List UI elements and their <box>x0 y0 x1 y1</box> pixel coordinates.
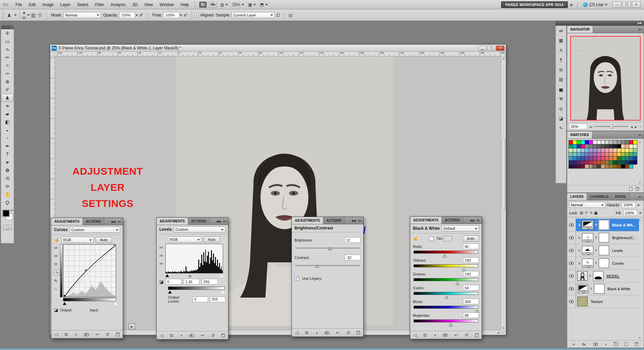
lasso-tool[interactable]: ∿ <box>1 45 14 53</box>
use-legacy-checkbox[interactable]: ✓ <box>294 276 299 280</box>
scroll-right-icon[interactable]: ▶ <box>498 332 500 334</box>
levels-preset-dropdown[interactable]: Custom <box>174 226 225 232</box>
layer-mask-thumbnail[interactable] <box>599 258 609 268</box>
gamma-field[interactable]: 1.26 <box>183 279 200 285</box>
resize-grip-icon[interactable]: ⠿ <box>639 125 642 128</box>
menu-item-view[interactable]: View <box>141 0 156 9</box>
opacity-spinner[interactable]: ▶ <box>136 13 138 16</box>
curve-point-mid[interactable] <box>85 269 87 271</box>
input-white-field[interactable]: 255 <box>202 279 218 285</box>
edit-points-icon[interactable]: ∿ <box>54 270 60 275</box>
layer-row-black---white[interactable]: ∞Black & White <box>567 282 639 295</box>
ignore-adjustment-layers-icon[interactable]: ∅ <box>276 12 280 18</box>
history-brush-tool[interactable]: ❧ <box>1 102 14 110</box>
layers-fill-field[interactable]: 100% <box>623 210 637 216</box>
layer-row-brightness-c---[interactable]: ↴☼∞Brightness/C... <box>567 231 639 244</box>
flow-spinner[interactable]: ▶ <box>180 13 182 16</box>
menu-item-image[interactable]: Image <box>39 0 57 9</box>
histogram-panel-icon[interactable]: ▅ <box>556 84 566 94</box>
contrast-slider-thumb[interactable] <box>315 264 319 268</box>
layer-thumbnail[interactable] <box>577 297 588 306</box>
path-selection-tool[interactable]: ➤ <box>1 158 14 166</box>
layer-thumbnail[interactable] <box>582 220 593 229</box>
panel-menu-icon[interactable]: ▾≡ <box>639 133 642 137</box>
panel-swap-icon[interactable]: ⇄ <box>556 26 566 36</box>
delete-layer-icon[interactable] <box>635 342 638 346</box>
panel-menu-icon[interactable]: ▾≡ <box>223 220 226 223</box>
bw-auto-button[interactable]: Auto <box>463 235 479 242</box>
collapse-dock-button[interactable]: ▶▶ <box>555 21 644 26</box>
black-point-eyedropper-icon[interactable]: ✑ <box>159 245 165 250</box>
view-previous-state-icon[interactable]: ↩ <box>336 330 339 335</box>
tab-actions[interactable]: ACTIONS <box>188 218 210 225</box>
layer-mask-thumbnail[interactable] <box>594 284 604 294</box>
notes-panel-icon[interactable]: ✎ <box>556 123 566 133</box>
tab-paths[interactable]: PATHS <box>612 193 629 200</box>
bw-slider-track[interactable] <box>414 292 478 295</box>
visibility-eye-icon[interactable] <box>569 300 574 303</box>
rotate-view-tool[interactable]: ⟲ <box>1 174 14 182</box>
orbit-3d-tool[interactable]: ⟳ <box>1 182 14 190</box>
tab-adjustments[interactable]: ADJUSTMENTS <box>157 218 188 225</box>
white-input-slider[interactable] <box>220 274 223 277</box>
adjustment-icon[interactable]: ◑ <box>74 332 77 337</box>
tab-actions[interactable]: ACTIONS <box>442 217 463 224</box>
zoom-in-icon[interactable]: ▲▲ <box>630 125 638 129</box>
layers-scrollbar[interactable]: ▲▼ <box>639 219 643 339</box>
layer-thumbnail[interactable]: ☼ <box>582 233 593 242</box>
navigator-zoom-slider[interactable] <box>594 126 628 127</box>
adjustment-icon[interactable]: ◑ <box>433 333 436 338</box>
layer-thumbnail[interactable] <box>577 284 589 293</box>
white-point-eyedropper-icon[interactable]: ✑ <box>54 262 60 267</box>
clone-source-panel-icon[interactable]: ◎ <box>556 104 566 114</box>
menu-item-edit[interactable]: Edit <box>25 0 39 9</box>
blur-tool[interactable]: ◒ <box>1 126 14 134</box>
eyedropper-tool[interactable]: ✑ <box>1 70 14 78</box>
view-extras-button[interactable]: ▥ <box>220 2 228 7</box>
bw-slider-value[interactable]: 190 <box>463 257 479 263</box>
clip-to-layer-icon[interactable]: ⧉ <box>170 333 173 338</box>
crop-tool[interactable]: ⌗ <box>1 61 14 70</box>
bw-slider-value[interactable]: 88 <box>463 312 479 318</box>
doc-restore-button[interactable]: ❐ <box>487 46 495 51</box>
bw-slider-track[interactable] <box>414 306 478 309</box>
cs-live-dropdown[interactable]: CS Live <box>583 2 607 7</box>
mini-bridge-button[interactable]: Mb <box>209 2 217 8</box>
link-layers-icon[interactable]: ∞ <box>573 342 575 346</box>
layer-row-black---wh---[interactable]: ↴∞Black & Wh... <box>567 219 639 231</box>
menu-item-select[interactable]: Select <box>74 0 92 9</box>
tab-swatches[interactable]: SWATCHES <box>567 131 592 138</box>
character-panel-icon[interactable]: A <box>556 45 566 55</box>
menu-item-file[interactable]: File <box>12 0 25 9</box>
reset-icon[interactable]: ↺ <box>346 330 350 335</box>
brush-preset-picker[interactable]: ●50 <box>22 10 26 20</box>
clip-to-layer-icon[interactable]: ⧉ <box>65 332 68 337</box>
document-titlebar[interactable]: Ps © Paree Erica Tutorial.psd @ 25% (Bla… <box>50 45 506 52</box>
scrubby-adjust-icon[interactable]: ☝ <box>54 237 59 243</box>
white-point-eyedropper-icon[interactable]: ✑ <box>159 261 165 266</box>
layer-row-texture[interactable]: Texture <box>567 295 639 308</box>
screen-mode-button[interactable]: ⬒ <box>260 2 268 7</box>
tablet-opacity-icon[interactable]: ✐ <box>140 12 144 18</box>
airbrush-icon[interactable]: ✐ <box>183 12 187 18</box>
sample-dropdown[interactable]: Current Layer <box>232 12 275 18</box>
return-to-list-icon[interactable]: ◁ <box>160 333 163 338</box>
mode-dropdown[interactable]: Normal <box>63 12 101 18</box>
panel-menu-icon[interactable]: ▾≡ <box>358 219 362 222</box>
layer-mask-thumbnail[interactable] <box>599 246 609 255</box>
new-adjustment-layer-icon[interactable]: ◑ <box>605 342 607 346</box>
workspace-overflow-button[interactable]: » <box>570 2 573 7</box>
brightness-slider-thumb[interactable] <box>328 247 332 250</box>
zoom-level-dropdown[interactable]: 25% <box>232 2 244 7</box>
tab-actions[interactable]: ACTIONS <box>323 217 345 224</box>
brightness-field[interactable]: 12 <box>344 237 361 243</box>
scroll-down-icon[interactable]: ▼ <box>502 327 505 329</box>
clipping-display-icon[interactable]: ◪ <box>54 307 58 312</box>
bw-slider-track[interactable] <box>414 251 478 254</box>
layer-thumbnail[interactable]: ∿ <box>582 259 593 268</box>
view-previous-state-icon[interactable]: ↩ <box>95 332 99 337</box>
panel-collapse-icon[interactable]: ▶▶ <box>217 220 221 223</box>
color-swatch[interactable] <box>633 160 637 165</box>
visibility-eye-icon[interactable] <box>569 262 574 265</box>
gray-point-eyedropper-icon[interactable]: ✑ <box>159 253 165 258</box>
